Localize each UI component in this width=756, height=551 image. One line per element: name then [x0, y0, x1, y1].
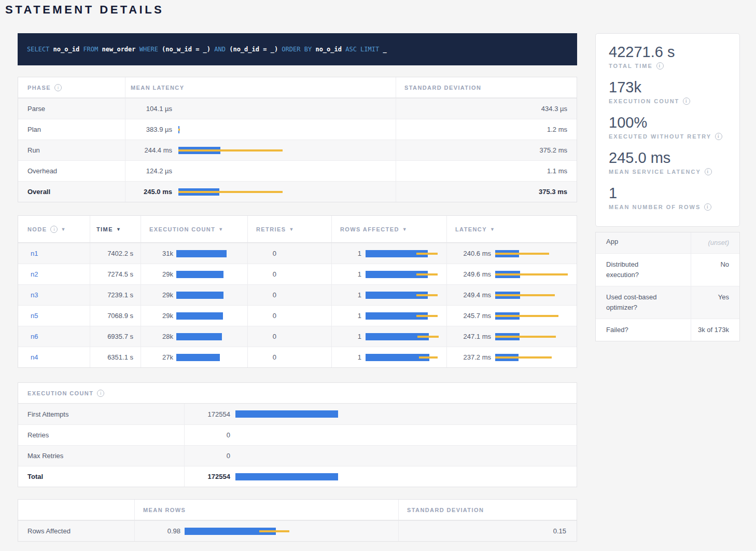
exec-row-label: First Attempts [18, 404, 184, 424]
rows-affected-bar [366, 271, 446, 278]
execution-count-column-header[interactable]: EXECUTION COUNT [141, 216, 247, 242]
phase-name: Overall [18, 182, 125, 202]
rows-affected-table-header: MEAN ROWS STANDARD DEVIATION [18, 500, 577, 520]
retries-value: 0 [248, 333, 276, 340]
node-link[interactable]: n2 [31, 270, 38, 278]
info-icon[interactable] [656, 62, 664, 70]
stat-value: 173k [609, 78, 739, 96]
time-value: 6935.7 s [90, 326, 141, 347]
exec-row-value: 0 [185, 431, 230, 439]
std-dev-value: 0.15 [399, 521, 577, 541]
info-icon[interactable] [97, 390, 104, 397]
info-icon[interactable] [683, 98, 690, 105]
mean-latency-value: 383.9 µs [131, 126, 172, 133]
sort-arrow-icon [61, 227, 65, 232]
rows-affected-bar [366, 292, 446, 299]
latency-bar [495, 292, 577, 299]
stat-value: 1 [609, 184, 739, 202]
node-column-header[interactable]: NODE [18, 216, 90, 242]
time-value: 7274.5 s [90, 264, 141, 284]
execution-count-value: 29k [141, 270, 173, 278]
rows-affected-table: MEAN ROWS STANDARD DEVIATION Rows Affect… [18, 499, 577, 542]
rows-affected-column-header[interactable]: ROWS AFFECTED [331, 216, 446, 242]
mean-latency-value: 104.1 µs [131, 105, 172, 113]
mean-latency-header-cell: MEAN LATENCY [125, 77, 396, 98]
mean-latency-value: 124.2 µs [131, 167, 172, 175]
table-row: n6 6935.7 s 28k 0 1 247.1 ms [18, 326, 577, 347]
execution-count-bar [235, 432, 577, 439]
table-row-distributed-execution: Distributed execution? No [596, 253, 739, 286]
mean-latency-value: 244.4 ms [131, 146, 172, 154]
exec-row-value: 172554 [185, 473, 230, 480]
phase-header-cell: PHASE [18, 77, 125, 98]
rows-affected-value: 1 [332, 353, 361, 361]
table-row: n1 7402.2 s 31k 0 1 240.6 ms [18, 243, 577, 264]
distributed-execution-value: No [691, 254, 739, 286]
std-dev-value: 1.1 ms [396, 161, 577, 181]
rows-affected-bar [366, 354, 446, 361]
sort-arrow-icon [289, 227, 293, 232]
node-table: NODE TIME EXECUTION COUNT RETRIES ROWS A… [18, 215, 577, 368]
table-row-app: App (unset) [596, 232, 739, 253]
retries-value: 0 [248, 312, 276, 320]
std-dev-value: 434.3 µs [396, 99, 577, 119]
stat-value: 42271.6 s [609, 43, 739, 61]
execution-count-bar [176, 250, 247, 257]
retries-value: 0 [248, 270, 276, 278]
latency-bar [495, 250, 577, 257]
node-link[interactable]: n4 [31, 353, 38, 361]
std-dev-header-label: STANDARD DEVIATION [396, 85, 481, 91]
phase-header-label: PHASE [27, 85, 51, 91]
info-icon[interactable] [715, 133, 722, 140]
info-icon[interactable] [50, 226, 58, 233]
execution-count-value: 31k [141, 250, 173, 257]
retries-value: 0 [248, 291, 276, 299]
exec-row-label: Retries [18, 425, 184, 445]
node-link[interactable]: n6 [31, 333, 38, 340]
std-dev-value: 375.3 ms [396, 182, 577, 202]
latency-column-header[interactable]: LATENCY [446, 216, 577, 242]
mean-latency-value: 245.0 ms [131, 188, 172, 196]
std-dev-header-cell: STANDARD DEVIATION [396, 77, 577, 98]
page-title: STATEMENT DETAILS [5, 3, 164, 17]
sql-statement-box: SELECT no_o_id FROM new_order WHERE (no_… [18, 33, 577, 65]
time-column-header[interactable]: TIME [90, 216, 141, 242]
execution-count-bar [235, 410, 577, 418]
rows-affected-value: 1 [332, 312, 361, 320]
execution-count-value: 29k [141, 312, 173, 320]
table-row: First Attempts 172554 [18, 404, 577, 424]
rows-affected-bar [366, 250, 446, 257]
rows-affected-value: 1 [332, 291, 361, 299]
info-icon[interactable] [704, 203, 711, 211]
rows-affected-value: 1 [332, 333, 361, 340]
info-icon[interactable] [705, 168, 712, 175]
time-value: 6351.1 s [90, 347, 141, 367]
table-row: Retries 0 [18, 424, 577, 445]
node-link[interactable]: n1 [31, 250, 38, 257]
info-icon[interactable] [54, 84, 62, 91]
phase-name: Parse [18, 99, 125, 119]
table-row: Parse 104.1 µs 434.3 µs [18, 98, 577, 119]
sql-statement-text: SELECT no_o_id FROM new_order WHERE (no_… [27, 46, 387, 53]
execution-count-bar [176, 271, 247, 278]
std-dev-value: 1.2 ms [396, 119, 577, 140]
table-row-total: Total 172554 [18, 466, 577, 487]
execution-count-title: EXECUTION COUNT [27, 390, 93, 396]
exec-row-label: Total [18, 466, 184, 487]
latency-value: 237.2 ms [447, 353, 491, 361]
table-row: n5 7068.9 s 29k 0 1 245.7 ms [18, 305, 577, 326]
app-value: (unset) [691, 232, 739, 253]
retries-column-header[interactable]: RETRIES [247, 216, 331, 242]
sort-arrow-icon [116, 227, 121, 232]
execution-count-table: EXECUTION COUNT First Attempts 172554 Re… [18, 382, 577, 487]
execution-count-bar [176, 312, 247, 320]
node-link[interactable]: n5 [31, 312, 38, 320]
time-value: 7239.1 s [90, 285, 141, 305]
sort-arrow-icon [218, 227, 223, 232]
retries-value: 0 [248, 353, 276, 361]
node-link[interactable]: n3 [31, 291, 38, 299]
latency-value: 247.1 ms [447, 333, 491, 340]
phase-name: Plan [18, 119, 125, 140]
latency-value: 245.7 ms [447, 312, 491, 320]
execution-count-bar [235, 473, 577, 480]
